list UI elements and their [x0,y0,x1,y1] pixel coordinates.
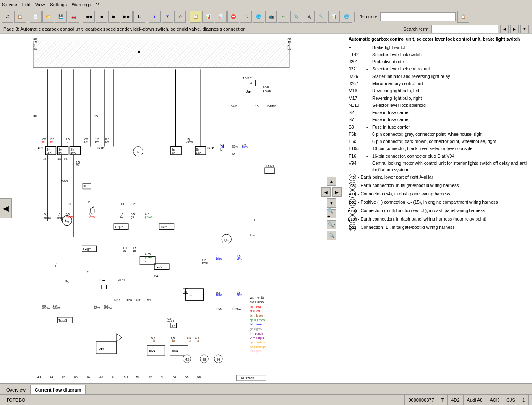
menu-service[interactable]: Service [2,2,17,7]
svg-text:1,0: 1,0 [56,213,60,216]
toolbar-btn-info[interactable]: i [149,11,161,23]
zoom-in-btn[interactable]: 🔍+ [327,209,336,218]
search-next-btn[interactable]: ▶ [510,25,519,33]
search-menu-btn[interactable]: ▼ [520,25,529,33]
svg-text:ws/bl: ws/bl [167,320,174,323]
svg-text:T6b/6: T6b/6 [266,164,274,168]
svg-rect-44 [265,168,274,174]
job-note-area: Job note: 📋 [360,11,469,23]
svg-text:18/RF: 18/RF [243,76,252,80]
toolbar-btn-13[interactable]: 📎 [290,11,302,23]
svg-text:T₁₀g/4: T₁₀g/4 [83,247,91,251]
toolbar-btn-11[interactable]: 📺 [265,11,277,23]
svg-text:2/PN: 2/PN [118,278,125,282]
menu-view[interactable]: View [35,2,45,7]
toolbar-btn-10[interactable]: 🌐 [253,11,264,23]
svg-text:ro: ro [50,140,53,143]
bottom-tabs: Overview Current flow diagram [0,383,532,394]
svg-text:45: 45 [62,375,65,379]
svg-text:ro/sw: ro/sw [89,215,95,218]
toolbar-btn-swap[interactable]: ⇄ [174,11,186,23]
svg-marker-123 [117,334,122,342]
zoom-reset-btn[interactable]: 🔍 [327,231,336,240]
toolbar-btn-right[interactable]: ▶ [108,11,120,23]
toolbar-btn-car[interactable]: 🚗 [68,11,79,23]
tab-current-flow[interactable]: Current flow diagram [30,385,86,394]
toolbar-btn-save[interactable]: 💾 [55,11,67,23]
svg-text:15a: 15a [255,104,261,108]
job-note-btn[interactable]: 📋 [457,11,469,23]
legend-item: M17-Reversing light bulb, right [349,95,529,101]
svg-text:46: 46 [74,375,78,379]
legend-item: J201-Protective diode [349,58,529,65]
svg-text:bl/ro: bl/ro [237,257,242,260]
toolbar-btn-14[interactable]: 🔌 [303,11,315,23]
toolbar-btn-last[interactable]: ▶▶ [121,11,133,23]
svg-text:53: 53 [161,375,164,379]
svg-text:bl/ro: bl/ro [237,293,242,296]
tab-overview[interactable]: Overview [2,385,30,394]
svg-text:D₅₁: D₅₁ [136,150,141,154]
menu-settings[interactable]: Settings [50,2,67,7]
toolbar-btn-5[interactable]: 📋 [190,11,201,23]
legend-circle-item: E100- Connection (multi-function switch)… [349,207,529,215]
svg-text:sw = black: sw = black [250,300,264,304]
toolbar-btn-t[interactable]: t. [133,11,145,23]
nav-arrow-left[interactable]: ◀ [0,198,12,218]
toolbar-btn-15[interactable]: 🔧 [316,11,327,23]
svg-text:S₇: S₇ [46,148,50,151]
toolbar-btn-7[interactable]: 📊 [215,11,227,23]
toolbar-btn-6[interactable]: 📊 [202,11,214,23]
toolbar-btn-12[interactable]: ✏ [278,11,289,23]
svg-text:bl/ro: bl/ro [242,145,248,148]
svg-text:55: 55 [185,375,189,379]
toolbar-btn-9[interactable]: ⚠ [240,11,252,23]
statusbar: ГОТОВО 9000000377 T 4D2 Audi A8 ACK CJS … [0,394,532,405]
toolbar-btn-open[interactable]: 📂 [42,11,54,23]
svg-text:S4/B: S4/B [230,104,237,108]
svg-rect-10 [34,41,289,67]
status-car: Audi A8 [464,395,487,405]
svg-text:ro = red: ro = red [250,305,261,309]
job-note-input[interactable] [380,12,456,21]
menu-warnings[interactable]: Warnings [72,2,91,7]
svg-text:27: 27 [172,324,175,327]
menu-help[interactable]: ? [96,2,99,7]
toolbar-btn-17[interactable]: 🌐 [341,11,352,23]
toolbar-btn-2[interactable]: 📋 [14,11,26,23]
nav-down-btn[interactable]: ▼ [327,198,336,208]
svg-text:3: 3 [254,219,256,222]
toolbar-btn-1[interactable]: 🖨 [2,11,13,23]
search-prev-btn[interactable]: ◀ [500,25,509,33]
toolbar-btn-left[interactable]: ◀ [96,11,107,23]
svg-text:49: 49 [112,375,115,379]
search-input[interactable] [431,25,498,33]
menu-edit[interactable]: Edit [22,2,30,7]
svg-text:sw: sw [123,249,126,252]
svg-text:or = orange: or = orange [250,345,266,349]
svg-text:gn: gn [131,215,134,219]
zoom-out-btn[interactable]: 🔍- [327,220,336,229]
svg-text:11: 11 [184,290,187,294]
svg-text:Q₂₂: Q₂₂ [224,238,229,242]
toolbar-btn-16[interactable]: 📊 [328,11,340,23]
svg-text:br: br [189,339,192,342]
legend-panel: Automatic gearbox control unit, selector… [345,34,532,383]
svg-text:9a: 9a [64,157,68,160]
toolbar-btn-8[interactable]: ⛔ [227,11,239,23]
svg-text:S₈: S₈ [70,148,74,151]
nav-up-btn[interactable]: ▲ [327,177,336,186]
svg-text:vi = purple: vi = purple [250,336,264,340]
svg-text:J₂₆₇: J₂₆₇ [250,233,255,237]
toolbar-sep-2 [81,12,81,22]
svg-text:ws/sw: ws/sw [52,307,61,310]
toolbar-btn-new[interactable]: 📄 [30,11,42,23]
svg-text:44: 44 [50,375,53,379]
toolbar-btn-question[interactable]: ? [162,11,173,23]
svg-text:ro/sw: ro/sw [66,215,73,218]
svg-text:98: 98 [216,358,220,361]
nav-right-btn[interactable]: ▶ [332,187,342,197]
legend-item: F-Brake light switch [349,44,529,51]
toolbar-btn-prev[interactable]: ◀◀ [83,11,95,23]
svg-text:43: 43 [185,358,189,361]
